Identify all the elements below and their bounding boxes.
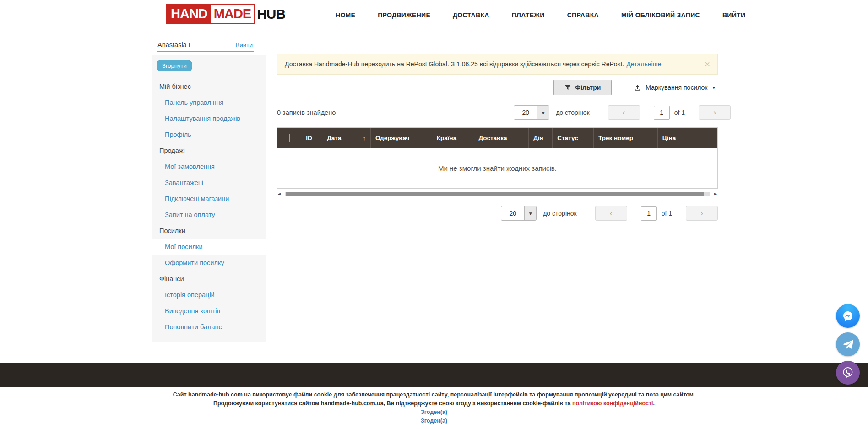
- cookie-notice: Сайт handmade-hub.com.ua використовує фа…: [0, 391, 868, 425]
- parcel-marking-dropdown[interactable]: Маркування посилок ▾: [634, 84, 715, 92]
- sidebar-item-dashboard[interactable]: Панель управління: [152, 94, 266, 110]
- next-page-button-bottom[interactable]: ›: [686, 206, 718, 221]
- nav-delivery[interactable]: ДОСТАВКА: [453, 11, 489, 19]
- sidebar-item-my-parcels[interactable]: Мої посилки: [152, 239, 266, 255]
- viber-icon[interactable]: [836, 361, 860, 385]
- select-all-cell: [277, 128, 301, 148]
- sidebar-item-uploaded[interactable]: Завантажені: [152, 174, 266, 190]
- scrollbar-thumb[interactable]: [286, 192, 704, 196]
- column-country[interactable]: Країна: [432, 128, 474, 148]
- prev-page-button-bottom[interactable]: ‹: [595, 206, 627, 221]
- select-all-checkbox[interactable]: [289, 134, 290, 142]
- select-caret-icon-bottom: ▼: [525, 206, 536, 220]
- scroll-left-icon[interactable]: ◄: [277, 192, 282, 196]
- banner-text: Доставка Handmade-Hub переходить на RePo…: [285, 60, 624, 68]
- page-number-input-bottom[interactable]: [641, 206, 657, 221]
- records-row: 0 записів знайдено 20 ▼ до сторінок ‹ of…: [277, 105, 731, 120]
- next-page-button[interactable]: ›: [699, 105, 731, 120]
- main-nav: HOME ПРОДВИЖЕНИЕ ДОСТАВКА ПЛАТЕЖИ СПРАВК…: [336, 0, 745, 30]
- logo-hand: HAND: [168, 5, 211, 23]
- nav-help[interactable]: СПРАВКА: [567, 11, 599, 19]
- column-delivery[interactable]: Доставка: [474, 128, 529, 148]
- close-icon[interactable]: ×: [705, 60, 710, 69]
- bottom-pagination-row: 20 ▼ до сторінок ‹ of 1 ›: [277, 206, 718, 221]
- nav-payments[interactable]: ПЛАТЕЖИ: [512, 11, 545, 19]
- messenger-icon[interactable]: [836, 304, 860, 328]
- table-header-row: ID Дата ↑ Одержувач Країна Доставка Дія …: [277, 128, 717, 148]
- cookie-notice-line2: Продовжуючи користуватися сайтом handmad…: [0, 399, 868, 408]
- social-widgets: [836, 304, 860, 385]
- page-size-select-bottom[interactable]: 20 ▼: [501, 206, 537, 221]
- page-size-value: 20: [514, 106, 537, 119]
- telegram-icon[interactable]: [836, 332, 860, 356]
- parcels-table: ID Дата ↑ Одержувач Країна Доставка Дія …: [277, 127, 718, 189]
- prev-page-button[interactable]: ‹: [608, 105, 640, 120]
- sidebar-item-connected-shops[interactable]: Підключені магазини: [152, 190, 266, 206]
- chevron-right-icon-bottom: ›: [700, 209, 703, 218]
- page-number-input[interactable]: [654, 106, 670, 120]
- logo-hub: HUB: [257, 6, 285, 22]
- logo-made: MADE: [211, 5, 254, 23]
- funnel-icon: [564, 84, 571, 91]
- main-content: Доставка Handmade-Hub переходить на RePo…: [277, 54, 718, 221]
- column-track-number[interactable]: Трек номер: [594, 128, 658, 148]
- filters-button[interactable]: Фільтри: [553, 80, 612, 95]
- sidebar-item-profile[interactable]: Профіль: [152, 126, 266, 142]
- column-date-label: Дата: [327, 135, 341, 141]
- banner-details-link[interactable]: Детальніше: [626, 60, 661, 68]
- nav-promotion[interactable]: ПРОДВИЖЕНИЕ: [378, 11, 430, 19]
- column-status[interactable]: Статус: [553, 128, 594, 148]
- sort-asc-icon: ↑: [363, 135, 366, 141]
- nav-logout[interactable]: ВИЙТИ: [722, 11, 745, 19]
- agree-link-2[interactable]: Згоден(а): [0, 417, 868, 425]
- sidebar: Згорнути Мій бізнес Панель управління На…: [152, 55, 266, 342]
- sidebar-section-sales: Продажі: [152, 142, 266, 158]
- sidebar-item-withdraw-funds[interactable]: Виведення коштів: [152, 303, 266, 319]
- page-size-select[interactable]: 20 ▼: [514, 105, 549, 120]
- page-of-label: of 1: [674, 109, 685, 116]
- collapse-sidebar-button[interactable]: Згорнути: [157, 60, 192, 71]
- records-found-label: 0 записів знайдено: [277, 109, 336, 116]
- page-of-label-bottom: of 1: [662, 210, 672, 217]
- empty-message: Ми не змогли знайти жодних записів.: [277, 148, 717, 188]
- nav-home[interactable]: HOME: [336, 11, 355, 19]
- agree-link-1[interactable]: Згоден(а): [0, 408, 868, 417]
- nav-my-account[interactable]: МІЙ ОБЛІКОВИЙ ЗАПИС: [621, 11, 700, 19]
- parcel-marking-label: Маркування посилок: [646, 84, 707, 91]
- cookie-line2-text: Продовжуючи користуватися сайтом handmad…: [213, 400, 572, 407]
- column-recipient[interactable]: Одержувач: [370, 128, 432, 148]
- bottom-pagination: 20 ▼ до сторінок ‹ of 1 ›: [501, 206, 718, 221]
- column-price[interactable]: Ціна: [657, 128, 717, 148]
- logout-link[interactable]: Вийти: [235, 42, 253, 49]
- page: HAND MADE HUB HOME ПРОДВИЖЕНИЕ ДОСТАВКА …: [0, 0, 868, 429]
- sidebar-item-payment-request[interactable]: Запит на оплату: [152, 206, 266, 223]
- footer-dark-band: [0, 363, 868, 387]
- column-date[interactable]: Дата ↑: [322, 128, 371, 148]
- sidebar-item-top-up-balance[interactable]: Поповнити баланс: [152, 319, 266, 335]
- sidebar-item-create-parcel[interactable]: Оформити посилку: [152, 255, 266, 271]
- sidebar-section-finances: Фінанси: [152, 271, 266, 287]
- column-id[interactable]: ID: [301, 128, 322, 148]
- scrollbar-track[interactable]: [285, 192, 710, 196]
- handmade-hub-logo[interactable]: HAND MADE HUB: [166, 4, 285, 24]
- privacy-policy-link[interactable]: політикою конфіденційності: [572, 400, 653, 407]
- sidebar-section-my-business: Мій бізнес: [152, 78, 266, 94]
- scroll-right-icon[interactable]: ►: [713, 192, 718, 196]
- horizontal-scrollbar: ◄ ►: [277, 192, 718, 196]
- toolbar: Фільтри Маркування посилок ▾: [277, 80, 718, 95]
- sidebar-menu: Мій бізнес Панель управління Налаштуванн…: [152, 78, 266, 335]
- sidebar-item-my-orders[interactable]: Мої замовлення: [152, 158, 266, 174]
- per-page-label-bottom: до сторінок: [543, 210, 576, 217]
- chevron-down-icon: ▾: [712, 85, 715, 91]
- username: Anastasia I: [157, 41, 190, 49]
- upload-icon: [634, 84, 641, 92]
- sidebar-item-sales-settings[interactable]: Налаштування продажів: [152, 110, 266, 126]
- top-header: HAND MADE HUB HOME ПРОДВИЖЕНИЕ ДОСТАВКА …: [0, 0, 868, 30]
- sidebar-item-transaction-history[interactable]: Історія операцій: [152, 287, 266, 303]
- empty-row: Ми не змогли знайти жодних записів.: [277, 148, 717, 188]
- chevron-left-icon-bottom: ‹: [610, 209, 613, 218]
- chevron-left-icon: ‹: [623, 108, 625, 117]
- page-size-value-bottom: 20: [501, 206, 525, 220]
- column-action[interactable]: Дія: [529, 128, 553, 148]
- select-caret-icon: ▼: [537, 106, 549, 119]
